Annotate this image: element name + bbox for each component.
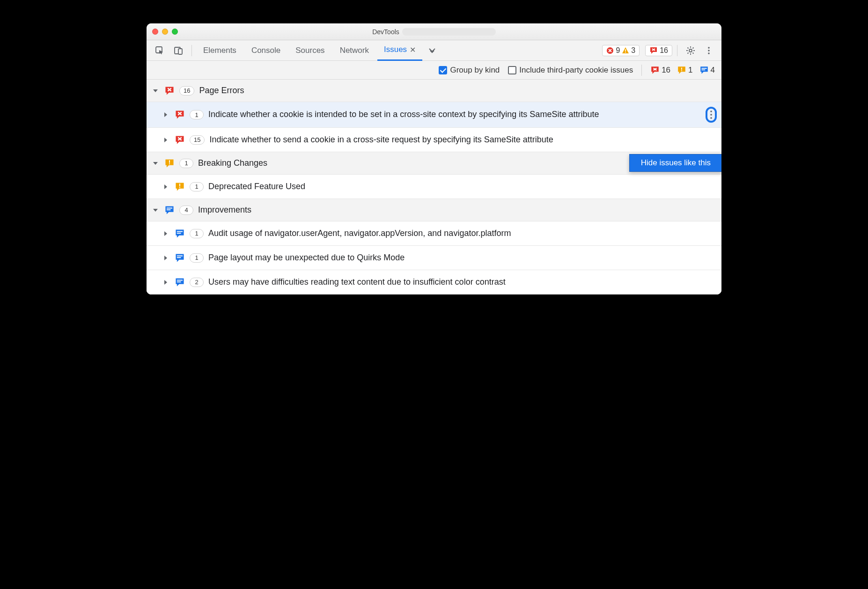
- group-count-badge: 4: [179, 206, 193, 215]
- tab-issues[interactable]: Issues ✕: [377, 40, 422, 61]
- svg-point-22: [710, 110, 712, 112]
- hide-issues-like-this-item: Hide issues like this: [641, 158, 711, 167]
- svg-point-17: [708, 52, 710, 54]
- more-options-button[interactable]: [701, 40, 717, 61]
- issue-row[interactable]: 1Deprecated Feature Used: [147, 175, 721, 199]
- issue-text: Page layout may be unexpected due to Qui…: [208, 252, 717, 263]
- issue-text: Indicate whether a cookie is intended to…: [208, 109, 698, 120]
- issue-text: Audit usage of navigator.userAgent, navi…: [208, 228, 717, 239]
- disclosure-icon: [151, 206, 160, 214]
- issues-status-chip[interactable]: 16: [645, 45, 672, 56]
- more-tabs-button[interactable]: [424, 40, 440, 61]
- issue-row[interactable]: 2Users may have difficulties reading tex…: [147, 270, 721, 294]
- checkbox-checked-icon: [439, 66, 447, 74]
- info-speech-icon: [175, 253, 185, 263]
- disclosure-icon: [162, 254, 170, 262]
- svg-point-6: [689, 49, 692, 52]
- tab-console[interactable]: Console: [245, 40, 287, 61]
- divider: [191, 45, 192, 56]
- svg-rect-18: [681, 67, 682, 69]
- issue-row[interactable]: 1Audit usage of navigator.userAgent, nav…: [147, 221, 721, 246]
- disclosure-icon: [151, 87, 160, 95]
- titlebar: DevTools: [147, 23, 721, 40]
- svg-rect-19: [681, 70, 682, 71]
- group-count-badge: 16: [179, 86, 194, 96]
- issue-text: Users may have difficulties reading text…: [208, 277, 717, 287]
- close-tab-icon[interactable]: ✕: [410, 45, 416, 54]
- error-speech-icon: [175, 110, 185, 120]
- checkbox-unchecked-icon: [508, 66, 516, 74]
- svg-rect-31: [177, 231, 183, 232]
- include-third-party-toggle[interactable]: Include third-party cookie issues: [508, 66, 633, 75]
- disclosure-icon: [162, 229, 170, 238]
- group-count-badge: 1: [179, 159, 193, 168]
- info-speech-icon: [175, 277, 185, 287]
- issue-count-badge: 1: [190, 229, 204, 238]
- svg-rect-2: [178, 49, 182, 54]
- svg-rect-5: [625, 52, 626, 53]
- group-by-kind-label: Group by kind: [450, 66, 500, 75]
- disclosure-icon: [151, 159, 160, 168]
- svg-line-12: [693, 52, 694, 53]
- device-toolbar-button[interactable]: [170, 40, 187, 61]
- tab-network-label: Network: [340, 46, 369, 55]
- disclosure-icon: [162, 110, 170, 119]
- info-filter[interactable]: 4: [699, 66, 715, 75]
- issue-group-row[interactable]: 16Page Errors: [147, 80, 721, 102]
- issue-row[interactable]: 1Page layout may be unexpected due to Qu…: [147, 246, 721, 270]
- error-circle-icon: [606, 47, 614, 54]
- disclosure-icon: [162, 183, 170, 191]
- tab-console-label: Console: [251, 46, 280, 55]
- warnings-filter[interactable]: 1: [677, 66, 692, 75]
- console-status-chip[interactable]: 9 3: [602, 45, 640, 56]
- warning-speech-icon: [164, 158, 175, 169]
- group-title: Improvements: [198, 205, 717, 215]
- issue-text: Indicate whether to send a cookie in a c…: [209, 134, 717, 145]
- errors-filter[interactable]: 16: [650, 66, 670, 75]
- tab-elements[interactable]: Elements: [197, 40, 243, 61]
- issue-text: Deprecated Feature Used: [208, 181, 717, 192]
- divider: [641, 65, 642, 76]
- svg-line-11: [688, 47, 689, 48]
- group-by-kind-toggle[interactable]: Group by kind: [439, 66, 500, 75]
- traffic-lights: [152, 29, 178, 35]
- close-window-button[interactable]: [152, 29, 158, 35]
- tab-sources[interactable]: Sources: [289, 40, 331, 61]
- settings-button[interactable]: [682, 40, 699, 61]
- warning-speech-icon: [677, 66, 686, 75]
- filter-bar: Group by kind Include third-party cookie…: [147, 61, 721, 80]
- svg-rect-28: [179, 187, 180, 188]
- error-speech-icon: [164, 86, 175, 96]
- info-filter-count: 4: [711, 66, 715, 75]
- errors-filter-count: 16: [662, 66, 670, 75]
- tab-elements-label: Elements: [203, 46, 236, 55]
- issue-row[interactable]: 15Indicate whether to send a cookie in a…: [147, 128, 721, 152]
- svg-line-14: [693, 47, 694, 48]
- svg-point-23: [710, 114, 712, 116]
- info-speech-icon: [175, 228, 185, 239]
- context-menu[interactable]: Hide issues like this: [629, 154, 721, 172]
- issue-count-badge: 1: [190, 253, 204, 263]
- issue-group-row[interactable]: 4Improvements: [147, 199, 721, 221]
- issue-more-options-button[interactable]: [706, 107, 717, 123]
- maximize-window-button[interactable]: [172, 29, 178, 35]
- svg-line-13: [688, 52, 689, 53]
- inspect-element-button[interactable]: [151, 40, 168, 61]
- info-speech-icon: [699, 66, 709, 75]
- disclosure-icon: [162, 136, 170, 144]
- window-title: DevTools: [372, 28, 399, 36]
- issue-count-badge: 1: [190, 182, 204, 191]
- tab-network[interactable]: Network: [333, 40, 375, 61]
- warnings-filter-count: 1: [688, 66, 692, 75]
- issue-row[interactable]: 1Indicate whether a cookie is intended t…: [147, 102, 721, 128]
- svg-rect-20: [701, 68, 706, 69]
- issues-blocked-count: 16: [660, 46, 668, 55]
- minimize-window-button[interactable]: [162, 29, 168, 35]
- devtools-window: DevTools Elements Console Sources Networ…: [147, 23, 721, 294]
- console-errors-count: 9: [616, 46, 620, 55]
- console-warnings-count: 3: [631, 46, 635, 55]
- divider: [677, 45, 677, 56]
- tab-issues-label: Issues: [384, 45, 407, 54]
- warning-triangle-icon: [622, 47, 629, 54]
- svg-rect-35: [177, 280, 183, 280]
